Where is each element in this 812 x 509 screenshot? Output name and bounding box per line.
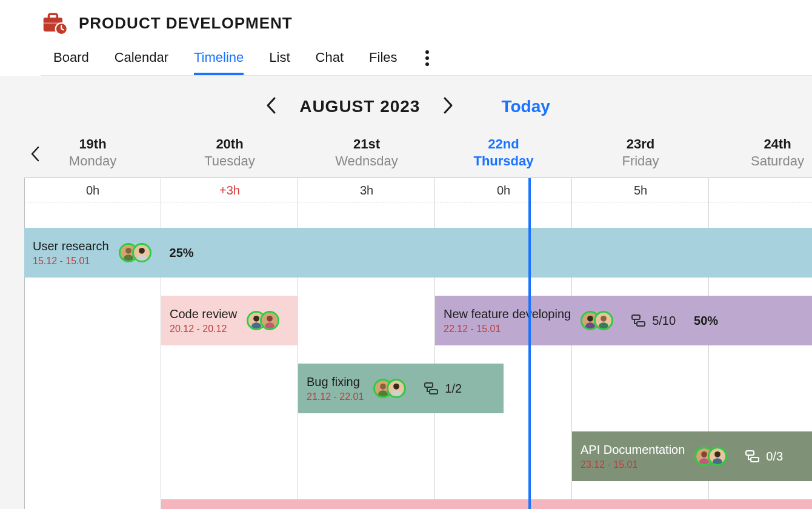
day-date: 20th xyxy=(161,136,298,152)
assignee-avatars[interactable] xyxy=(694,447,727,466)
tab-chat[interactable]: Chat xyxy=(316,50,344,75)
svg-rect-39 xyxy=(746,451,754,455)
avatar-icon xyxy=(132,243,151,262)
subtask-icon xyxy=(631,314,646,327)
task-title: API Documentation xyxy=(581,443,685,457)
day-date: 23rd xyxy=(572,136,709,152)
more-icon[interactable] xyxy=(425,50,429,75)
day-name: Monday xyxy=(24,153,161,169)
svg-rect-40 xyxy=(751,457,759,462)
task-bar-api-docs[interactable]: API Documentation 23.12 - 15.01 0/3 xyxy=(572,431,812,481)
svg-rect-2 xyxy=(48,14,57,19)
svg-point-21 xyxy=(601,316,607,322)
svg-rect-24 xyxy=(637,322,645,326)
day-name: Friday xyxy=(572,153,709,169)
now-indicator xyxy=(528,178,531,509)
avatar-icon xyxy=(260,311,279,330)
day-header: 23rd Friday xyxy=(572,136,709,169)
day-name: Tuesday xyxy=(161,153,298,169)
task-title: New feature developing xyxy=(444,307,571,321)
day-header: 22nd Thursday xyxy=(435,136,572,169)
hour-cell: 5h xyxy=(572,178,709,202)
subtask-icon xyxy=(745,450,760,462)
day-header: 21st Wednsday xyxy=(298,136,435,169)
tab-files[interactable]: Files xyxy=(369,50,397,75)
subtask-count: 1/2 xyxy=(445,382,462,396)
svg-point-9 xyxy=(139,248,145,254)
svg-point-6 xyxy=(125,248,131,254)
briefcase-clock-icon xyxy=(41,11,68,35)
hour-cell: 0h xyxy=(435,178,572,202)
assignee-avatars[interactable] xyxy=(373,379,406,398)
timeline-area: AUGUST 2023 Today 19th Monday 20th Tuesd… xyxy=(0,76,812,509)
svg-rect-32 xyxy=(430,390,438,394)
task-dates: 20.12 - 20.12 xyxy=(170,324,237,334)
svg-rect-23 xyxy=(632,315,640,319)
title-row: PRODUCT DEVELOPMENT xyxy=(41,11,812,35)
avatar-icon xyxy=(708,447,727,466)
day-header: 19th Monday xyxy=(24,136,161,169)
svg-point-12 xyxy=(253,316,259,322)
today-button[interactable]: Today xyxy=(501,97,550,116)
task-bar-bug-fixing[interactable]: Bug fixing 21.12 - 22.01 1/2 xyxy=(298,364,504,413)
day-header: 20th Tuesday xyxy=(161,136,298,169)
hour-cell: +3h xyxy=(161,178,298,202)
task-bar-new-feature[interactable]: New feature developing 22.12 - 15.01 5/1… xyxy=(435,296,812,345)
svg-point-34 xyxy=(701,451,707,457)
view-tabs: Board Calendar Timeline List Chat Files xyxy=(41,50,812,76)
svg-point-15 xyxy=(267,316,273,322)
task-percent: 50% xyxy=(694,314,718,328)
hours-row: 0h +3h 3h 0h 5h xyxy=(24,178,812,202)
hour-cell: 0h xyxy=(24,178,161,202)
day-headers: 19th Monday 20th Tuesday 21st Wednsday 2… xyxy=(0,136,812,169)
tab-calendar[interactable]: Calendar xyxy=(115,50,168,75)
subtask-count: 0/3 xyxy=(766,450,783,464)
project-title: PRODUCT DEVELOPMENT xyxy=(79,14,293,33)
svg-point-18 xyxy=(587,316,593,322)
svg-rect-31 xyxy=(425,383,433,387)
scroll-left-button[interactable] xyxy=(30,146,40,164)
assignee-avatars[interactable] xyxy=(119,243,151,262)
avatar-icon xyxy=(594,311,613,330)
gantt-chart: 0h +3h 3h 0h 5h User research 15.12 - 15… xyxy=(24,178,812,509)
hour-cell: 3h xyxy=(298,178,435,202)
tab-timeline[interactable]: Timeline xyxy=(194,50,244,75)
task-percent: 25% xyxy=(170,246,194,260)
day-name: Wednsday xyxy=(298,153,435,169)
day-date: 22nd xyxy=(435,136,572,152)
assignee-avatars[interactable] xyxy=(581,311,613,330)
tab-list[interactable]: List xyxy=(269,50,290,75)
svg-point-29 xyxy=(393,384,399,390)
task-dates: 15.12 - 15.01 xyxy=(33,256,109,267)
day-header: 24th Saturday xyxy=(709,136,812,169)
month-navigator: AUGUST 2023 Today xyxy=(0,93,812,121)
header: PRODUCT DEVELOPMENT Board Calendar Timel… xyxy=(0,0,812,76)
assignee-avatars[interactable] xyxy=(247,311,279,330)
task-bar-code-review[interactable]: Code review 20.12 - 20.12 xyxy=(161,296,298,345)
task-dates: 21.12 - 22.01 xyxy=(307,391,364,402)
day-name: Saturday xyxy=(709,153,812,169)
day-date: 21st xyxy=(298,136,435,152)
hour-cell xyxy=(709,178,812,202)
day-date: 24th xyxy=(709,136,812,152)
task-title: Code review xyxy=(170,307,237,321)
task-dates: 22.12 - 15.01 xyxy=(444,324,571,334)
task-dates: 23.12 - 15.01 xyxy=(581,459,685,470)
svg-point-26 xyxy=(380,384,386,390)
task-bar-user-research[interactable]: User research 15.12 - 15.01 25% xyxy=(24,228,812,278)
day-date: 19th xyxy=(24,136,161,152)
avatar-icon xyxy=(387,379,406,398)
task-title: User research xyxy=(33,239,109,253)
next-month-button[interactable] xyxy=(439,93,458,121)
task-bar-partial[interactable] xyxy=(161,499,812,509)
prev-month-button[interactable] xyxy=(262,93,280,121)
task-title: Bug fixing xyxy=(307,375,364,389)
svg-point-37 xyxy=(714,451,720,457)
tab-board[interactable]: Board xyxy=(53,50,89,75)
month-label: AUGUST 2023 xyxy=(299,97,420,116)
subtask-icon xyxy=(424,382,439,394)
subtask-count: 5/10 xyxy=(652,314,676,328)
day-name: Thursday xyxy=(435,153,572,169)
